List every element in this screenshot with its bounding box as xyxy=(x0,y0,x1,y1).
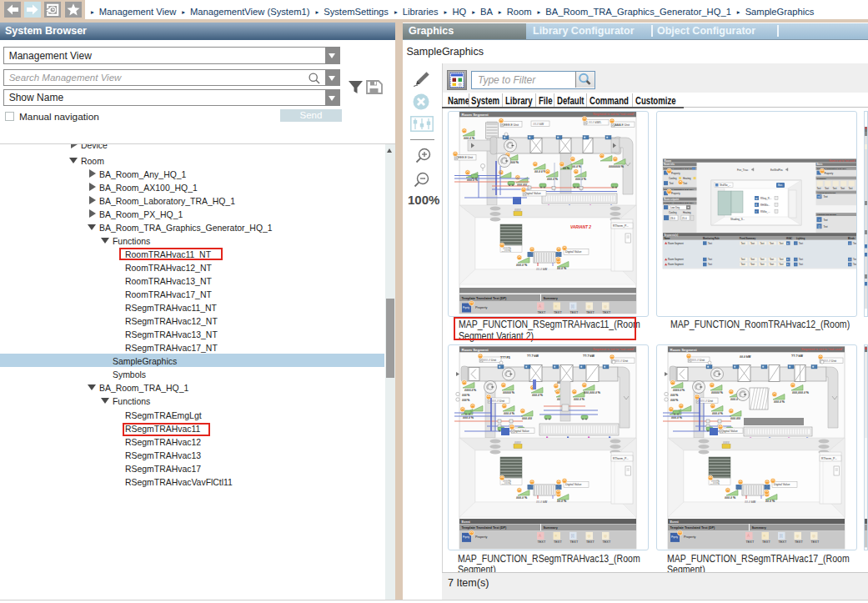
svg-text:◎: ◎ xyxy=(588,304,591,309)
svg-text:Prprty: Prprty xyxy=(463,535,470,539)
svg-text:##.# kW: ##.# kW xyxy=(536,267,548,270)
svg-text:Text: Text xyxy=(799,241,803,244)
svg-text:### %: ### % xyxy=(670,394,678,397)
svg-text:RSeg_R...: RSeg_R... xyxy=(760,197,772,200)
svg-text:##.# # %: ##.# # % xyxy=(534,170,546,173)
svg-text:Text: Text xyxy=(760,263,764,266)
svg-text:###.# %: ###.# % xyxy=(774,400,785,404)
svg-text:Text: Text xyxy=(740,258,745,261)
svg-text:###.# %: ###.# % xyxy=(532,394,544,397)
svg-text:###.#/#: ###.#/# xyxy=(730,417,740,420)
svg-text:TEXT: TEXT xyxy=(570,540,579,544)
svg-text:TEXT: TEXT xyxy=(554,310,562,314)
svg-text:### %: ### % xyxy=(462,399,469,402)
svg-text:Segments(s): Segments(s) xyxy=(664,233,678,236)
svg-text:??? F5: ??? F5 xyxy=(500,356,510,359)
svg-text:###.# %: ###.# % xyxy=(671,416,683,420)
svg-text:Room setpoint: Room setpoint xyxy=(664,197,679,200)
svg-text:###,###.# %: ###,###.# % xyxy=(584,391,601,394)
svg-text:??.? kW: ??.? kW xyxy=(791,354,804,358)
svg-text:Event: Event xyxy=(670,520,679,524)
svg-text:##.# kW: ##.# kW xyxy=(745,500,756,504)
svg-text:TEXT: TEXT xyxy=(795,540,803,544)
svg-text:Template Translated Text (DP): Template Translated Text (DP) xyxy=(664,202,694,204)
svg-text:####: #### xyxy=(514,208,521,211)
svg-text:TEXT: TEXT xyxy=(603,540,611,544)
svg-text:Segment is set to "not used": Segment is set to "not used" xyxy=(593,347,635,351)
svg-text:Fixed Summary: Fixed Summary xyxy=(740,236,756,239)
svg-text:###.# %: ###.# % xyxy=(516,263,528,266)
svg-text:Text: Text xyxy=(823,218,827,221)
svg-text:A: A xyxy=(539,534,541,538)
svg-text:Event: Event xyxy=(462,520,471,524)
svg-text:Summary: Summary xyxy=(544,296,559,299)
svg-text:≡: ≡ xyxy=(763,534,765,538)
svg-text:Room Segment: Room Segment xyxy=(670,348,697,352)
svg-text:??.? kW: ??.? kW xyxy=(527,354,539,358)
svg-text:##.# kW: ##.# kW xyxy=(740,355,751,359)
svg-text:Text: Text xyxy=(740,241,745,244)
svg-text:Text: Text xyxy=(853,258,857,261)
svg-text:Property: Property xyxy=(475,535,487,539)
svg-text:≡: ≡ xyxy=(555,304,558,309)
svg-text:—###%: —###% xyxy=(502,482,512,485)
svg-text:☼: ☼ xyxy=(795,263,797,266)
svg-text:Room Segment: Room Segment xyxy=(668,241,684,244)
svg-text:HVAC: HVAC xyxy=(786,236,792,239)
svg-text:Text: Text xyxy=(823,224,827,228)
svg-text:Summary: Summary xyxy=(544,526,559,530)
svg-text:21.0: 21.0 xyxy=(682,216,687,219)
svg-text:Summary: Summary xyxy=(751,526,766,530)
svg-text:Text: Text xyxy=(848,187,852,190)
svg-text:####.# %: ####.# % xyxy=(673,389,685,392)
svg-text:Text: Text xyxy=(740,263,745,266)
svg-text:23.0: 23.0 xyxy=(670,216,675,219)
svg-text:##### %: ##### % xyxy=(711,391,724,394)
svg-text:Shd/Sw_...: Shd/Sw_... xyxy=(720,183,731,187)
svg-text:TEXT: TEXT xyxy=(810,540,819,544)
svg-text:###.# %: ###.# % xyxy=(464,137,475,140)
svg-text:###.#/#: ###.#/# xyxy=(517,183,527,187)
svg-text:◫: ◫ xyxy=(849,263,851,266)
svg-text:Blinds: Blinds xyxy=(848,236,855,239)
svg-text:Digital Value: Digital Value xyxy=(774,483,790,486)
svg-text:Text: Text xyxy=(779,241,783,244)
svg-text:Text: Text xyxy=(825,187,829,190)
svg-text:TEXT: TEXT xyxy=(586,540,595,544)
svg-text:Text: Text xyxy=(770,263,774,266)
svg-text:####: #### xyxy=(723,441,730,445)
svg-text:###.# %: ###.# % xyxy=(574,398,585,401)
svg-text:Room Segment: Room Segment xyxy=(668,258,684,261)
svg-text:Property: Property xyxy=(824,171,833,174)
svg-text:Property: Property xyxy=(671,192,680,195)
svg-text:[i]: [i] xyxy=(780,534,783,538)
svg-text:Bas: Bas xyxy=(778,183,783,187)
svg-text:∆: ∆ xyxy=(787,241,789,244)
svg-text:RSflw_...: RSflw_... xyxy=(760,210,770,214)
svg-text:◎: ◎ xyxy=(588,534,591,538)
svg-text:Name: Name xyxy=(664,236,670,239)
svg-text:Monitoring Role: Monitoring Role xyxy=(703,236,720,239)
svg-text:◫: ◫ xyxy=(849,258,851,261)
svg-text:Text: Text xyxy=(840,187,845,190)
svg-text:####.# Unit: ####.# Unit xyxy=(481,359,496,362)
svg-text:A: A xyxy=(747,534,750,538)
svg-text:Lighting and Blinds: Lighting and Blinds xyxy=(816,214,836,216)
svg-text:### %: ### % xyxy=(670,399,678,402)
svg-text:TEXT: TEXT xyxy=(538,540,546,544)
svg-text:Text: Text xyxy=(779,263,783,266)
svg-text:—###%: —###% xyxy=(710,482,720,485)
svg-text:Property: Property xyxy=(684,535,695,539)
svg-text:###.# %: ###.# % xyxy=(504,412,515,415)
svg-text:Text: Text xyxy=(750,241,755,244)
svg-text:RH/Mo...: RH/Mo... xyxy=(760,204,770,207)
svg-text:Room is set to "not used": Room is set to "not used" xyxy=(829,158,855,162)
svg-text:##.# kW: ##.# kW xyxy=(533,122,544,125)
svg-text:RTherm_P...: RTherm_P... xyxy=(821,457,837,460)
svg-text:###,###.# %: ###,###.# % xyxy=(792,391,810,394)
svg-text:Summary: Summary xyxy=(816,177,826,179)
svg-text:##.# %: ##.# % xyxy=(557,267,567,270)
svg-text:Text: Text xyxy=(832,187,836,190)
svg-text:##.# kW: ##.# kW xyxy=(536,500,548,504)
svg-text:Heating: Heating xyxy=(683,211,691,214)
